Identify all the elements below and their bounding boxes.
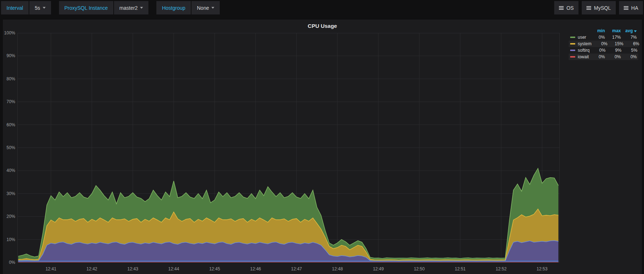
y-axis-tick: 30%: [0, 191, 15, 196]
x-axis-tick: 12:43: [122, 266, 144, 271]
x-axis-tick: 12:46: [245, 266, 266, 271]
caret-down-icon: [43, 7, 46, 9]
legend-row-system: system 0% 15% 6%: [569, 41, 638, 47]
user-swatch-icon: [570, 37, 575, 38]
x-axis-tick: 12:50: [408, 266, 430, 271]
softirq-avg: 5%: [622, 48, 637, 53]
hostgroup-value: None: [197, 5, 209, 11]
x-axis-tick: 12:51: [449, 266, 471, 271]
y-axis-tick: 40%: [0, 168, 15, 173]
interval-dropdown[interactable]: 5s: [29, 1, 51, 14]
hostgroup-dropdown[interactable]: None: [191, 1, 220, 14]
legend-sort-avg[interactable]: avg: [621, 28, 637, 33]
nav-button-ha-label: HA: [631, 5, 638, 11]
y-axis-tick: 0%: [0, 260, 15, 265]
system-swatch-icon: [570, 43, 575, 45]
cpu-usage-chart: [17, 33, 560, 262]
iowait-swatch-icon: [570, 56, 575, 58]
x-axis-tick: 12:49: [367, 266, 389, 271]
iowait-max: 0%: [605, 54, 621, 59]
iowait-avg: 0%: [621, 54, 637, 59]
legend-series-system[interactable]: system: [570, 41, 592, 46]
x-axis-tick: 12:41: [40, 266, 62, 271]
x-axis-tick: 12:48: [327, 266, 348, 271]
y-axis-tick: 60%: [0, 123, 15, 127]
menu-icon: [586, 6, 591, 10]
y-axis-tick: 10%: [0, 237, 15, 242]
sort-caret-icon: [634, 30, 637, 32]
y-axis-tick: 50%: [0, 146, 15, 150]
x-axis-tick: 12:53: [531, 266, 553, 271]
chart-legend: min max avg user 0% 17% 7% system 0% 15%…: [569, 28, 638, 60]
legend-sort-min[interactable]: min: [589, 28, 605, 33]
legend-header: min max avg: [569, 28, 638, 34]
x-axis-tick: 12:42: [81, 266, 103, 271]
menu-icon: [624, 6, 628, 10]
nav-button-os-label: OS: [567, 5, 574, 11]
variable-hostgroup: Hostgroup None: [156, 1, 220, 14]
user-max: 17%: [605, 35, 621, 40]
y-axis-tick: 20%: [0, 214, 15, 219]
nav-button-os[interactable]: OS: [554, 1, 578, 14]
nav-button-ha[interactable]: HA: [619, 1, 643, 14]
stacked-area-plot: [17, 33, 560, 262]
nav-button-mysql-label: MySQL: [594, 5, 611, 11]
variable-interval: Interval 5s: [1, 1, 51, 14]
proxysql-instance-dropdown[interactable]: master2: [114, 1, 149, 14]
proxysql-instance-value: master2: [119, 5, 138, 11]
softirq-swatch-icon: [570, 50, 575, 51]
y-axis-tick: 70%: [0, 100, 15, 104]
user-avg: 7%: [621, 35, 637, 40]
interval-value: 5s: [35, 5, 40, 11]
menu-icon: [559, 6, 564, 10]
y-axis-tick: 100%: [0, 31, 15, 35]
panel-title[interactable]: CPU Usage: [3, 23, 642, 29]
system-avg: 6%: [623, 41, 639, 46]
user-min: 0%: [589, 35, 605, 40]
dashboard-toolbar: Interval 5s ProxySQL Instance master2 Ho…: [0, 0, 644, 16]
dashboard-nav-buttons: OS MySQL HA: [554, 1, 643, 14]
x-axis-tick: 12:47: [286, 266, 307, 271]
legend-series-user[interactable]: user: [570, 35, 589, 40]
system-min: 0%: [592, 41, 607, 46]
softirq-min: 0%: [590, 48, 606, 53]
softirq-max: 9%: [606, 48, 622, 53]
variable-proxysql-instance: ProxySQL Instance master2: [59, 1, 149, 14]
y-axis-tick: 90%: [0, 54, 15, 58]
legend-row-iowait: iowait 0% 0% 0%: [569, 54, 638, 60]
interval-label: Interval: [1, 1, 29, 14]
proxysql-instance-label: ProxySQL Instance: [59, 1, 113, 14]
caret-down-icon: [211, 7, 214, 9]
cpu-usage-panel: CPU Usage 0%10%20%30%40%50%60%70%80%90%1…: [3, 20, 642, 274]
hostgroup-label: Hostgroup: [156, 1, 191, 14]
y-axis-tick: 80%: [0, 77, 15, 81]
x-axis-tick: 12:52: [490, 266, 512, 271]
iowait-min: 0%: [589, 54, 605, 59]
x-axis-tick: 12:44: [163, 266, 185, 271]
legend-series-softirq[interactable]: softirq: [570, 48, 590, 53]
legend-row-user: user 0% 17% 7%: [569, 34, 638, 41]
caret-down-icon: [140, 7, 143, 9]
system-max: 15%: [607, 41, 623, 46]
legend-sort-max[interactable]: max: [605, 28, 621, 33]
x-axis-tick: 12:45: [204, 266, 226, 271]
nav-button-mysql[interactable]: MySQL: [582, 1, 616, 14]
legend-series-iowait[interactable]: iowait: [570, 54, 589, 59]
legend-row-softirq: softirq 0% 9% 5%: [569, 47, 638, 54]
template-variables: Interval 5s ProxySQL Instance master2 Ho…: [1, 1, 220, 14]
